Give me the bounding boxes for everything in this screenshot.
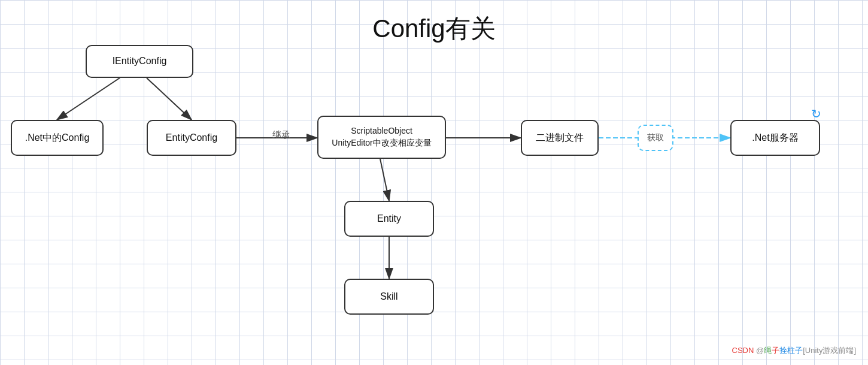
node-entity: Entity — [344, 201, 434, 237]
node-entityconfig: EntityConfig — [147, 120, 236, 156]
watermark-name3: 拴柱子 — [779, 346, 803, 355]
watermark-bracket: [Unity游戏前端] — [803, 346, 856, 355]
refresh-icon[interactable]: ↻ — [811, 107, 821, 121]
node-get-label: 获取 — [638, 125, 673, 151]
page-title: Config有关 — [372, 12, 495, 46]
watermark-at: @ — [754, 346, 764, 355]
node-binaryfile: 二进制文件 — [521, 120, 599, 156]
watermark: CSDN @绳子拴柱子[Unity游戏前端] — [732, 345, 857, 356]
node-netconfig: .Net中的Config — [11, 120, 104, 156]
watermark-name2: 子 — [772, 346, 779, 355]
watermark-name1: 绳 — [764, 346, 772, 355]
label-inherit: 继承 — [272, 129, 290, 141]
scriptableobject-label: ScriptableObjectUnityEditor中改变相应变量 — [332, 125, 431, 149]
watermark-csdn: CSDN — [732, 346, 754, 355]
node-skill: Skill — [344, 279, 434, 315]
node-ientityconfig: IEntityConfig — [86, 45, 193, 78]
node-scriptableobject: ScriptableObjectUnityEditor中改变相应变量 — [317, 116, 446, 159]
node-dotnetserver: .Net服务器 — [730, 120, 820, 156]
